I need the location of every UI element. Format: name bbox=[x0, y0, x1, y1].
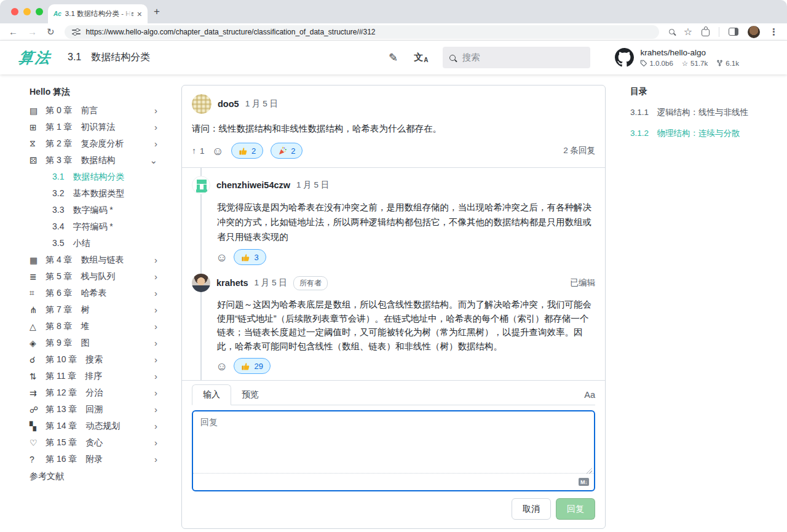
reply-date[interactable]: 1 月 5 日 bbox=[255, 277, 287, 288]
browser-tab[interactable]: Ac 3.1 数据结构分类 - Hello 算法 × bbox=[48, 4, 148, 23]
reaction-thumbs-up[interactable]: 3 bbox=[234, 249, 266, 265]
address-bar[interactable]: https://www.hello-algo.com/chapter_data_… bbox=[65, 25, 659, 39]
reaction-party[interactable]: 2 bbox=[271, 143, 303, 159]
reply-header: krahets 1 月 5 日 所有者 已编辑 bbox=[192, 274, 595, 292]
sidebar-item-3-1[interactable]: 3.1 数据结构分类 bbox=[30, 169, 161, 185]
url-text[interactable]: https://www.hello-algo.com/chapter_data_… bbox=[86, 28, 376, 36]
zoom-icon[interactable] bbox=[669, 29, 674, 34]
sidebar-item-3-3[interactable]: 3.3 数字编码 * bbox=[30, 202, 161, 218]
avatar[interactable] bbox=[192, 176, 210, 194]
reload-button[interactable]: ↻ bbox=[47, 27, 55, 36]
sidebar-item-ch3[interactable]: ⚄第 3 章 数据结构⌄ bbox=[30, 152, 161, 169]
minimize-window-button[interactable] bbox=[23, 8, 31, 15]
sidebar-item-ch16[interactable]: ?第 16 章 附录› bbox=[30, 451, 161, 467]
chevron-right-icon[interactable]: › bbox=[154, 437, 161, 448]
heap-icon: △ bbox=[30, 322, 45, 332]
sidebar-item-references[interactable]: 参考文献 bbox=[30, 468, 161, 485]
sidebar-item-ch13[interactable]: ☍第 13 章 回溯› bbox=[30, 401, 161, 418]
chevron-right-icon[interactable]: › bbox=[154, 255, 161, 265]
markdown-icon[interactable]: M↓ bbox=[579, 478, 589, 486]
side-panel-icon[interactable] bbox=[729, 28, 738, 36]
chevron-down-icon[interactable]: ⌄ bbox=[149, 155, 161, 166]
avatar[interactable] bbox=[192, 94, 212, 114]
chevron-right-icon[interactable]: › bbox=[154, 338, 161, 348]
sidebar-item-ch14[interactable]: ▚第 14 章 动态规划› bbox=[30, 418, 161, 434]
forward-button[interactable]: → bbox=[28, 27, 37, 36]
tab-preview[interactable]: 预览 bbox=[231, 385, 269, 405]
sidebar-item-3-4[interactable]: 3.4 字符编码 * bbox=[30, 218, 161, 235]
hash-icon: ⌗ bbox=[30, 288, 45, 298]
toolbar-divider bbox=[719, 27, 719, 37]
sidebar-item-ch9[interactable]: ◈第 9 章 图› bbox=[30, 335, 161, 351]
toc-item-311[interactable]: 3.1.1 逻辑结构：线性与非线性 bbox=[630, 107, 778, 118]
language-icon[interactable]: 文 A bbox=[414, 52, 428, 63]
chevron-right-icon[interactable]: › bbox=[154, 288, 161, 298]
extensions-icon[interactable] bbox=[702, 29, 710, 36]
repo-version: 1.0.0b6 bbox=[649, 60, 673, 67]
bookmark-star-icon[interactable]: ☆ bbox=[684, 27, 692, 37]
back-button[interactable]: ← bbox=[9, 27, 18, 36]
submit-reply-button[interactable]: 回复 bbox=[556, 498, 595, 520]
maximize-window-button[interactable] bbox=[36, 8, 43, 15]
chevron-right-icon[interactable]: › bbox=[154, 122, 161, 132]
chevron-right-icon[interactable]: › bbox=[154, 371, 161, 381]
tab-write[interactable]: 输入 bbox=[192, 384, 231, 405]
sidebar-item-ch7[interactable]: ⋔第 7 章 树› bbox=[30, 301, 161, 318]
chevron-right-icon[interactable]: › bbox=[154, 271, 161, 282]
reaction-thumbs-up[interactable]: 29 bbox=[234, 358, 270, 374]
chevron-right-icon[interactable]: › bbox=[154, 321, 161, 332]
repo-name: krahets/hello-algo bbox=[640, 48, 739, 57]
resize-handle[interactable] bbox=[587, 468, 592, 474]
theme-brush-icon[interactable]: ✎ bbox=[389, 51, 398, 65]
toc-item-312[interactable]: 3.1.2 物理结构：连续与分散 bbox=[630, 128, 778, 139]
sidebar-item-ch8[interactable]: △第 8 章 堆› bbox=[30, 318, 161, 335]
chevron-right-icon[interactable]: › bbox=[154, 454, 161, 464]
comment-author[interactable]: doo5 bbox=[218, 99, 239, 109]
site-settings-icon[interactable] bbox=[72, 28, 81, 36]
chevron-right-icon[interactable]: › bbox=[154, 404, 161, 415]
reaction-thumbs-up[interactable]: 2 bbox=[231, 143, 263, 159]
reply-date[interactable]: 1 月 5 日 bbox=[296, 180, 329, 191]
chevron-right-icon[interactable]: › bbox=[154, 304, 161, 315]
close-window-button[interactable] bbox=[11, 8, 18, 15]
upvote-button[interactable]: ↑ 1 bbox=[192, 146, 205, 156]
sidebar-item-ch12[interactable]: ⇉第 12 章 分治› bbox=[30, 384, 161, 401]
menu-kebab-icon[interactable]: ⋮ bbox=[769, 27, 778, 36]
reply-author[interactable]: chenzhiwei54czw bbox=[216, 180, 290, 190]
chevron-right-icon[interactable]: › bbox=[154, 105, 161, 116]
sidebar-item-ch11[interactable]: ⇅第 11 章 排序› bbox=[30, 368, 161, 384]
search-input[interactable]: 搜索 bbox=[443, 47, 590, 68]
sidebar-site-title[interactable]: Hello 算法 bbox=[30, 84, 161, 100]
new-tab-button[interactable]: + bbox=[154, 6, 160, 18]
sidebar-item-ch4[interactable]: ▦第 4 章 数组与链表› bbox=[30, 252, 161, 268]
add-reaction-button[interactable]: ☺ bbox=[216, 252, 227, 263]
add-reaction-button[interactable]: ☺ bbox=[212, 145, 224, 157]
github-repo-link[interactable]: krahets/hello-algo 1.0.0b6 ☆ 51.7k 6.1k bbox=[615, 48, 739, 68]
sidebar-item-ch5[interactable]: ≣第 5 章 栈与队列› bbox=[30, 268, 161, 285]
sidebar-item-ch15[interactable]: ♡第 15 章 贪心› bbox=[30, 434, 161, 451]
question-icon: ? bbox=[30, 455, 45, 464]
chevron-right-icon[interactable]: › bbox=[154, 138, 161, 149]
sidebar-item-3-5[interactable]: 3.5 小结 bbox=[30, 235, 161, 252]
close-tab-icon[interactable]: × bbox=[137, 10, 142, 18]
reply-author[interactable]: krahets bbox=[216, 278, 248, 288]
text-format-icon[interactable]: Aa bbox=[584, 390, 595, 405]
cancel-button[interactable]: 取消 bbox=[512, 498, 551, 520]
hourglass-icon: ⧖ bbox=[30, 138, 45, 149]
add-reaction-button[interactable]: ☺ bbox=[216, 360, 227, 372]
sidebar-item-ch10[interactable]: ☌第 10 章 搜索› bbox=[30, 351, 161, 368]
book-icon: ▤ bbox=[30, 106, 45, 116]
sidebar-item-3-2[interactable]: 3.2 基本数据类型 bbox=[30, 185, 161, 202]
sidebar-item-ch0[interactable]: ▤第 0 章 前言› bbox=[30, 102, 161, 119]
sidebar-item-ch2[interactable]: ⧖第 2 章 复杂度分析› bbox=[30, 135, 161, 152]
sidebar-item-ch1[interactable]: ⊞第 1 章 初识算法› bbox=[30, 119, 161, 135]
profile-avatar[interactable] bbox=[748, 26, 760, 38]
chevron-right-icon[interactable]: › bbox=[154, 354, 161, 365]
chevron-right-icon[interactable]: › bbox=[154, 421, 161, 431]
site-logo[interactable]: 算法 bbox=[17, 48, 52, 68]
comment-date[interactable]: 1 月 5 日 bbox=[245, 98, 278, 109]
sidebar-item-ch6[interactable]: ⌗第 6 章 哈希表› bbox=[30, 285, 161, 301]
avatar[interactable] bbox=[192, 274, 210, 292]
chevron-right-icon[interactable]: › bbox=[154, 387, 161, 398]
reply-textarea[interactable] bbox=[193, 411, 594, 473]
